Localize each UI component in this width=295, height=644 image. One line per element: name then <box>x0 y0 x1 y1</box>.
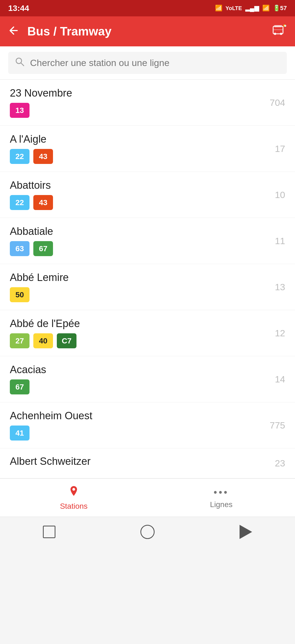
station-name: Abbé Lemire <box>10 272 263 283</box>
svg-line-8 <box>21 63 24 66</box>
station-info: Abattoirs2243 <box>10 179 263 210</box>
station-lines: 6367 <box>10 241 263 256</box>
status-time: 13:44 <box>8 4 29 13</box>
signal-icon: ▂▄▆ <box>245 5 259 12</box>
line-badge: 22 <box>10 195 30 210</box>
line-badge: 27 <box>10 333 30 348</box>
station-item[interactable]: A l'Aigle224317 <box>0 126 295 172</box>
station-info: Abbé de l'Epée2740C7 <box>10 318 263 348</box>
line-badge: 50 <box>10 287 30 302</box>
square-icon <box>43 526 55 538</box>
station-name: 23 Novembre <box>10 87 263 99</box>
station-lines: 41 <box>10 426 263 441</box>
svg-point-3 <box>280 33 282 35</box>
status-bar: 13:44 📶 YoLTE ▂▄▆ 📶 🔋57 <box>0 0 295 16</box>
station-id: 13 <box>263 282 285 292</box>
station-lines: 2740C7 <box>10 333 263 348</box>
station-name: Abbé de l'Epée <box>10 318 263 330</box>
station-id: 12 <box>263 328 285 339</box>
page-title: Bus / Tramway <box>27 25 272 38</box>
line-badge: 63 <box>10 241 30 256</box>
line-badge: 43 <box>33 149 53 164</box>
nav-lignes[interactable]: ••• Lignes <box>148 483 295 513</box>
svg-point-2 <box>274 33 276 35</box>
stations-icon <box>68 485 80 500</box>
station-name: Abbatiale <box>10 226 263 237</box>
line-badge: 22 <box>10 149 30 164</box>
app-bar: Bus / Tramway 🕐 <box>0 16 295 46</box>
station-info: Achenheim Ouest41 <box>10 410 263 441</box>
station-item[interactable]: Abbé Lemire5013 <box>0 264 295 310</box>
station-name: Abattoirs <box>10 179 263 191</box>
station-id: 17 <box>263 143 285 154</box>
search-icon <box>15 57 25 69</box>
station-name: Acacias <box>10 364 263 376</box>
station-id: 704 <box>263 97 285 108</box>
circle-icon <box>140 525 155 539</box>
recent-apps-button[interactable] <box>40 522 59 541</box>
station-item[interactable]: Abbatiale636711 <box>0 218 295 264</box>
system-nav <box>0 517 295 547</box>
search-input[interactable] <box>30 58 280 68</box>
station-info: Acacias67 <box>10 364 263 394</box>
station-lines: 2243 <box>10 149 263 164</box>
lignes-icon: ••• <box>214 487 229 498</box>
search-bar <box>0 46 295 80</box>
triangle-icon <box>240 525 252 539</box>
station-lines: 2243 <box>10 195 263 210</box>
station-item[interactable]: Abbé de l'Epée2740C712 <box>0 310 295 356</box>
station-info: Abbé Lemire50 <box>10 272 263 302</box>
svg-rect-4 <box>273 29 283 30</box>
station-lines: 50 <box>10 287 263 302</box>
status-icons: 📶 YoLTE ▂▄▆ 📶 🔋57 <box>215 5 287 12</box>
station-id: 14 <box>263 374 285 385</box>
station-info: 23 Novembre13 <box>10 87 263 118</box>
line-badge: 40 <box>33 333 53 348</box>
wifi-icon: 📶 <box>262 5 270 12</box>
line-badge: C7 <box>57 333 76 348</box>
nav-stations[interactable]: Stations <box>0 481 148 514</box>
battery-icon: 🔋57 <box>273 5 287 12</box>
line-badge: 13 <box>10 103 30 118</box>
station-info: Albert Schweitzer40 <box>10 456 263 471</box>
station-info: Abbatiale6367 <box>10 226 263 256</box>
line-badge: 41 <box>10 426 30 441</box>
station-id: 10 <box>263 190 285 200</box>
lte-icon: YoLTE <box>226 5 242 11</box>
back-button[interactable] <box>8 23 19 39</box>
station-name: A l'Aigle <box>10 133 263 145</box>
home-button[interactable] <box>138 522 157 541</box>
back-nav-button[interactable] <box>236 522 255 541</box>
line-badge: 67 <box>10 379 30 394</box>
bluetooth-icon: 📶 <box>215 5 222 12</box>
bottom-nav: Stations ••• Lignes <box>0 478 295 517</box>
station-id: 11 <box>263 236 285 246</box>
station-lines: 13 <box>10 103 263 118</box>
search-input-wrap[interactable] <box>8 52 287 74</box>
station-item[interactable]: Albert Schweitzer4023 <box>0 448 295 478</box>
station-info: A l'Aigle2243 <box>10 133 263 164</box>
station-item[interactable]: 23 Novembre13704 <box>0 80 295 126</box>
line-badge: 67 <box>33 241 53 256</box>
station-id: 23 <box>263 458 285 469</box>
svg-text:🕐: 🕐 <box>284 25 287 27</box>
station-item[interactable]: Achenheim Ouest41775 <box>0 402 295 448</box>
bus-timetable-icon[interactable]: 🕐 <box>272 22 287 40</box>
station-id: 775 <box>263 420 285 431</box>
station-name: Albert Schweitzer <box>10 456 263 467</box>
station-item[interactable]: Abattoirs224310 <box>0 172 295 218</box>
stations-label: Stations <box>60 502 87 511</box>
line-badge: 43 <box>33 195 53 210</box>
svg-rect-1 <box>274 25 282 27</box>
station-list: 23 Novembre13704A l'Aigle224317Abattoirs… <box>0 80 295 478</box>
svg-point-9 <box>72 488 75 491</box>
station-lines: 67 <box>10 379 263 394</box>
station-name: Achenheim Ouest <box>10 410 263 422</box>
station-item[interactable]: Acacias6714 <box>0 356 295 402</box>
lignes-label: Lignes <box>210 500 233 509</box>
